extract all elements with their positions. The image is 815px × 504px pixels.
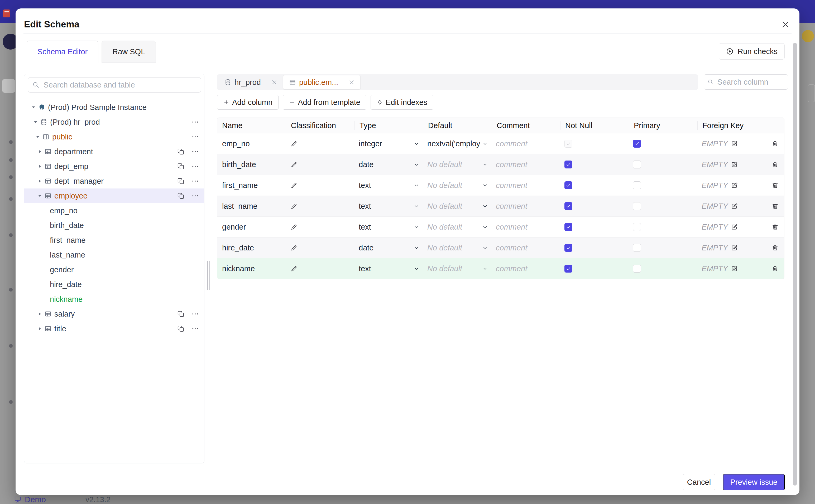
classification-cell[interactable] xyxy=(286,224,354,230)
comment-input[interactable]: comment xyxy=(492,223,560,231)
dots-icon[interactable] xyxy=(191,177,199,185)
tree-item--Prod-Prod-Sample-Instance[interactable]: (Prod) Prod Sample Instance xyxy=(24,100,204,115)
type-select[interactable]: integer xyxy=(354,139,423,148)
primary-checkbox[interactable] xyxy=(633,140,641,148)
panel-resize-handle[interactable] xyxy=(206,261,211,290)
tree-column-birth_date[interactable]: birth_date xyxy=(24,218,204,233)
not-null-checkbox[interactable] xyxy=(565,140,572,148)
default-select[interactable]: No default xyxy=(423,223,492,231)
trash-icon[interactable] xyxy=(772,265,779,272)
comment-input[interactable]: comment xyxy=(492,160,560,169)
tree-column-first_name[interactable]: first_name xyxy=(24,233,204,248)
tree-column-hire_date[interactable]: hire_date xyxy=(24,277,204,292)
default-select[interactable]: No default xyxy=(423,181,492,190)
default-select[interactable]: No default xyxy=(423,244,492,252)
tree-column-last_name[interactable]: last_name xyxy=(24,248,204,262)
tree-item-department[interactable]: department xyxy=(24,144,204,159)
tree-item-title[interactable]: title xyxy=(24,321,204,336)
classification-cell[interactable] xyxy=(286,140,354,147)
copy-icon[interactable] xyxy=(177,148,185,155)
classification-cell[interactable] xyxy=(286,161,354,168)
copy-icon[interactable] xyxy=(177,163,185,170)
trash-icon[interactable] xyxy=(772,140,779,147)
foreign-key-cell[interactable]: EMPTY xyxy=(697,244,766,252)
editor-tab-hr_prod[interactable]: hr_prod xyxy=(219,75,283,89)
tree-column-nickname[interactable]: nickname xyxy=(24,292,204,307)
not-null-checkbox[interactable] xyxy=(565,202,572,210)
preview-issue-button[interactable]: Preview issue xyxy=(723,474,785,490)
copy-icon[interactable] xyxy=(177,310,185,318)
edit-icon[interactable] xyxy=(731,265,738,272)
tree-column-gender[interactable]: gender xyxy=(24,262,204,277)
trash-icon[interactable] xyxy=(772,203,779,210)
comment-input[interactable]: comment xyxy=(492,181,560,190)
column-name-input[interactable]: gender xyxy=(217,223,286,231)
pencil-icon[interactable] xyxy=(291,182,297,189)
not-null-checkbox[interactable] xyxy=(565,223,572,231)
trash-icon[interactable] xyxy=(772,224,779,230)
edit-indexes-button[interactable]: Edit indexes xyxy=(370,95,434,110)
type-select[interactable]: text xyxy=(354,264,423,273)
database-search-input[interactable] xyxy=(43,80,196,90)
dots-icon[interactable] xyxy=(191,325,199,332)
foreign-key-cell[interactable]: EMPTY xyxy=(697,223,766,231)
foreign-key-cell[interactable]: EMPTY xyxy=(697,139,766,148)
classification-cell[interactable] xyxy=(286,203,354,210)
column-name-input[interactable]: first_name xyxy=(217,181,286,190)
close-icon[interactable] xyxy=(349,79,354,85)
type-select[interactable]: date xyxy=(354,244,423,252)
editor-tab-public-em-[interactable]: public.em... xyxy=(283,75,360,89)
type-select[interactable]: text xyxy=(354,181,423,190)
close-icon[interactable] xyxy=(271,79,277,85)
primary-checkbox[interactable] xyxy=(633,265,641,273)
trash-icon[interactable] xyxy=(772,161,779,168)
dots-icon[interactable] xyxy=(191,310,199,318)
primary-checkbox[interactable] xyxy=(633,223,641,231)
edit-icon[interactable] xyxy=(731,203,738,210)
primary-checkbox[interactable] xyxy=(633,244,641,252)
comment-input[interactable]: comment xyxy=(492,244,560,252)
pencil-icon[interactable] xyxy=(291,161,297,168)
pencil-icon[interactable] xyxy=(291,265,297,272)
tree-item-salary[interactable]: salary xyxy=(24,307,204,321)
cancel-button[interactable]: Cancel xyxy=(683,474,715,490)
tab-raw-sql[interactable]: Raw SQL xyxy=(102,41,156,63)
trash-icon[interactable] xyxy=(772,182,779,189)
tab-schema-editor[interactable]: Schema Editor xyxy=(27,41,98,63)
foreign-key-cell[interactable]: EMPTY xyxy=(697,264,766,273)
default-select[interactable]: No default xyxy=(423,160,492,169)
type-select[interactable]: text xyxy=(354,223,423,231)
dots-icon[interactable] xyxy=(191,118,199,126)
trash-icon[interactable] xyxy=(772,244,779,251)
tree-column-emp_no[interactable]: emp_no xyxy=(24,203,204,218)
comment-input[interactable]: comment xyxy=(492,202,560,211)
type-select[interactable]: date xyxy=(354,160,423,169)
default-select[interactable]: No default xyxy=(423,202,492,211)
dots-icon[interactable] xyxy=(191,133,199,140)
column-name-input[interactable]: birth_date xyxy=(217,160,286,169)
modal-scrollbar[interactable] xyxy=(793,43,797,486)
primary-checkbox[interactable] xyxy=(633,202,641,210)
edit-icon[interactable] xyxy=(731,182,738,189)
column-name-input[interactable]: last_name xyxy=(217,202,286,211)
dots-icon[interactable] xyxy=(191,148,199,155)
tree-item--Prod-hr_prod[interactable]: (Prod) hr_prod xyxy=(24,115,204,129)
pencil-icon[interactable] xyxy=(291,203,297,210)
comment-input[interactable]: comment xyxy=(492,264,560,273)
copy-icon[interactable] xyxy=(177,325,185,332)
pencil-icon[interactable] xyxy=(291,224,297,230)
type-select[interactable]: text xyxy=(354,202,423,211)
not-null-checkbox[interactable] xyxy=(565,161,572,168)
edit-icon[interactable] xyxy=(731,140,738,147)
comment-input[interactable]: comment xyxy=(492,139,560,148)
copy-icon[interactable] xyxy=(177,177,185,185)
run-checks-button[interactable]: Run checks xyxy=(719,43,785,60)
default-select[interactable]: No default xyxy=(423,264,492,273)
not-null-checkbox[interactable] xyxy=(565,181,572,189)
column-name-input[interactable]: hire_date xyxy=(217,244,286,252)
classification-cell[interactable] xyxy=(286,265,354,272)
default-select[interactable]: nextval('employ xyxy=(423,139,492,148)
edit-icon[interactable] xyxy=(731,161,738,168)
column-search-input[interactable] xyxy=(717,77,784,87)
classification-cell[interactable] xyxy=(286,182,354,189)
